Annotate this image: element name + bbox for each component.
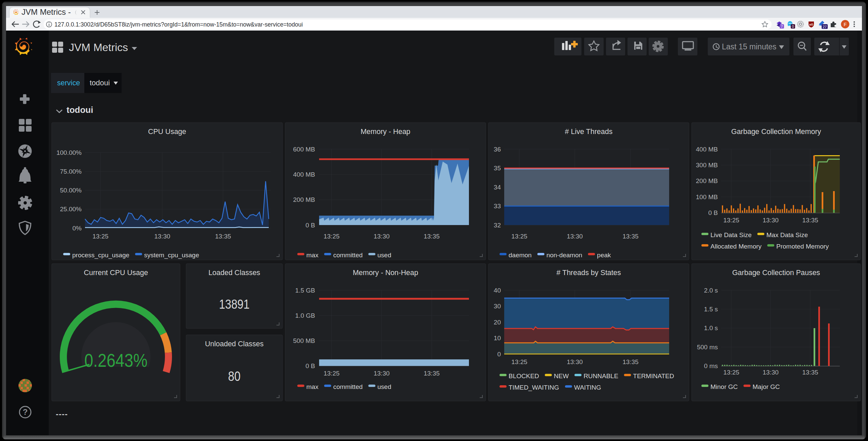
svg-text:34: 34 <box>494 184 501 191</box>
svg-text:daemon: daemon <box>508 252 532 259</box>
svg-text:RUNNABLE: RUNNABLE <box>584 373 618 380</box>
svg-text:Memory - Heap: Memory - Heap <box>361 128 410 136</box>
svg-text:0 B: 0 B <box>305 222 315 229</box>
svg-text:JVM Metrics -: JVM Metrics - <box>22 7 71 17</box>
svg-text:75.00%: 75.00% <box>60 168 82 175</box>
svg-text:13:35: 13:35 <box>424 370 440 377</box>
svg-text:30: 30 <box>494 303 501 310</box>
svg-text:service: service <box>57 79 80 87</box>
svg-text:1.0 s: 1.0 s <box>704 324 718 332</box>
svg-text:# Live Threads: # Live Threads <box>565 128 613 136</box>
svg-text:32: 32 <box>494 222 501 229</box>
svg-text:0 B: 0 B <box>305 363 315 370</box>
svg-text:36: 36 <box>494 146 501 153</box>
svg-text:CPU Usage: CPU Usage <box>148 128 186 136</box>
svg-text:todoui: todoui <box>66 105 93 115</box>
svg-text:2.0 s: 2.0 s <box>704 287 718 294</box>
svg-text:500 MB: 500 MB <box>293 337 315 344</box>
svg-text:400 MB: 400 MB <box>293 171 315 178</box>
svg-text:20: 20 <box>494 319 501 326</box>
svg-text:used: used <box>378 383 391 390</box>
svg-text:committed: committed <box>333 383 363 390</box>
svg-text:uO: uO <box>809 23 813 26</box>
svg-text:33: 33 <box>494 202 501 210</box>
svg-text:13:30: 13:30 <box>374 370 390 377</box>
svg-text:13:25: 13:25 <box>723 217 739 224</box>
svg-text:Promoted Memory: Promoted Memory <box>776 243 829 250</box>
svg-text:13:35: 13:35 <box>622 233 639 240</box>
svg-text:0 B: 0 B <box>708 209 718 216</box>
svg-text:Allocated Memory: Allocated Memory <box>710 243 762 250</box>
svg-text:500 ms: 500 ms <box>697 344 718 351</box>
svg-text:NEW: NEW <box>554 373 569 380</box>
svg-text:13:35: 13:35 <box>424 233 440 240</box>
svg-text:13:25: 13:25 <box>511 233 527 240</box>
svg-text:13:30: 13:30 <box>763 369 779 376</box>
svg-text:10: 10 <box>494 335 501 342</box>
svg-text:35: 35 <box>494 165 501 171</box>
svg-text:max: max <box>306 383 318 390</box>
svg-text:1.0 GB: 1.0 GB <box>295 312 315 319</box>
svg-text:peak: peak <box>597 252 611 259</box>
svg-text:Garbage Collection Memory: Garbage Collection Memory <box>731 128 821 136</box>
svg-text:0: 0 <box>497 351 501 358</box>
svg-text:----: ---- <box>56 409 68 418</box>
svg-text:system_cpu_usage: system_cpu_usage <box>144 252 199 259</box>
svg-text:# Threads by States: # Threads by States <box>556 269 621 277</box>
svg-text:process_cpu_usage: process_cpu_usage <box>72 252 129 259</box>
svg-text:400 MB: 400 MB <box>696 146 718 153</box>
svg-text:Memory - Non-Heap: Memory - Non-Heap <box>353 269 418 277</box>
svg-text:0.2643%: 0.2643% <box>84 350 148 371</box>
svg-text:F: F <box>844 22 847 27</box>
svg-text:13:25: 13:25 <box>511 358 527 366</box>
svg-text:0 ms: 0 ms <box>704 363 718 370</box>
svg-text:TERMINATED: TERMINATED <box>633 373 674 380</box>
svg-text:Max Data Size: Max Data Size <box>766 231 808 239</box>
svg-text:Major GC: Major GC <box>752 383 780 390</box>
svg-text:Loaded Classes: Loaded Classes <box>208 269 260 277</box>
svg-text:Live Data Size: Live Data Size <box>710 231 752 239</box>
svg-text:13:30: 13:30 <box>374 233 390 240</box>
svg-text:13:30: 13:30 <box>763 217 779 224</box>
svg-text:non-deamon: non-deamon <box>547 252 583 259</box>
svg-text:todoui: todoui <box>90 78 110 87</box>
svg-text:50.00%: 50.00% <box>60 187 82 194</box>
svg-text:200 MB: 200 MB <box>293 196 315 203</box>
svg-text:0%: 0% <box>72 225 82 232</box>
svg-text:100.00%: 100.00% <box>56 149 82 156</box>
svg-text:committed: committed <box>333 252 363 259</box>
svg-text:1.5 s: 1.5 s <box>704 306 718 313</box>
svg-text:13:25: 13:25 <box>323 233 340 240</box>
svg-text:25.00%: 25.00% <box>60 206 82 213</box>
svg-text:13:35: 13:35 <box>622 358 639 366</box>
svg-text:600 MB: 600 MB <box>293 146 315 153</box>
svg-text:13:25: 13:25 <box>323 370 340 377</box>
svg-text:100 MB: 100 MB <box>696 193 718 200</box>
svg-text:JVM Metrics: JVM Metrics <box>69 41 128 54</box>
svg-text:300 MB: 300 MB <box>696 162 718 168</box>
svg-text:200 MB: 200 MB <box>696 177 718 184</box>
svg-text:13:30: 13:30 <box>567 233 583 240</box>
svg-text:?: ? <box>23 407 28 416</box>
svg-text:127.0.0.1:3002/d/D65bST8iz/jvm: 127.0.0.1:3002/d/D65bST8iz/jvm-metrics?o… <box>54 21 303 28</box>
svg-text:1.5 GB: 1.5 GB <box>295 287 315 294</box>
svg-text:40: 40 <box>494 287 501 294</box>
svg-text:Current CPU Usage: Current CPU Usage <box>84 269 148 277</box>
svg-text:13891: 13891 <box>219 297 250 311</box>
svg-text:TIMED_WAITING: TIMED_WAITING <box>508 384 559 391</box>
svg-text:27: 27 <box>823 25 827 29</box>
svg-text:13:25: 13:25 <box>92 233 108 240</box>
svg-text:13:30: 13:30 <box>154 233 170 240</box>
svg-text:Garbage Collection Pauses: Garbage Collection Pauses <box>732 269 820 277</box>
svg-text:7: 7 <box>781 25 783 29</box>
svg-text:13:30: 13:30 <box>567 358 583 366</box>
svg-text:0: 0 <box>792 25 794 29</box>
svg-text:used: used <box>378 252 391 259</box>
svg-text:Minor GC: Minor GC <box>710 383 738 390</box>
svg-text:BLOCKED: BLOCKED <box>508 373 539 380</box>
svg-text:80: 80 <box>228 369 241 384</box>
svg-text:max: max <box>306 252 318 259</box>
svg-text:Last 15 minutes: Last 15 minutes <box>722 42 776 51</box>
svg-text:13:35: 13:35 <box>802 369 818 376</box>
svg-text:13:35: 13:35 <box>215 233 231 240</box>
